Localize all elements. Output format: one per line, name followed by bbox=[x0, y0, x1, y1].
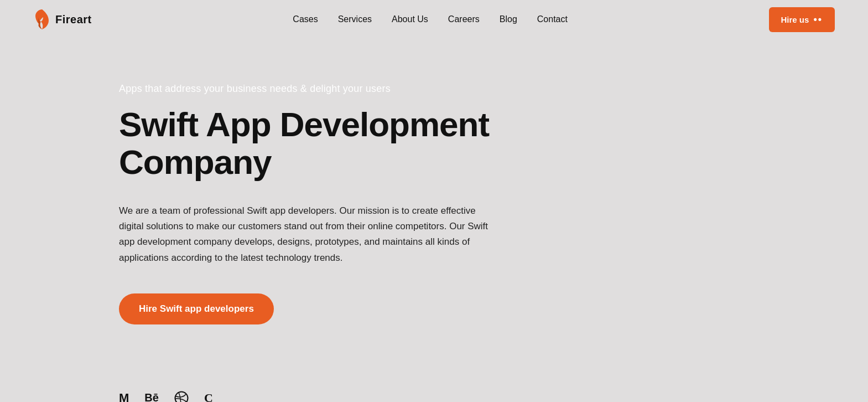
logo[interactable]: Fireart bbox=[33, 9, 92, 29]
nav-link-careers[interactable]: Careers bbox=[448, 14, 480, 24]
nav-item-careers[interactable]: Careers bbox=[448, 14, 480, 24]
nav-link-contact[interactable]: Contact bbox=[537, 14, 568, 24]
nav-item-about[interactable]: About Us bbox=[392, 14, 428, 24]
hire-us-label: Hire us bbox=[781, 15, 809, 24]
nav-item-contact[interactable]: Contact bbox=[537, 14, 568, 24]
social-icons-bar: M Bē C bbox=[0, 358, 868, 402]
fireart-logo-icon bbox=[33, 9, 51, 29]
nav-item-cases[interactable]: Cases bbox=[293, 14, 318, 24]
hero-title: Swift App Development Company bbox=[119, 106, 498, 181]
nav-item-blog[interactable]: Blog bbox=[500, 14, 517, 24]
nav-link-services[interactable]: Services bbox=[338, 14, 372, 24]
nav-link-cases[interactable]: Cases bbox=[293, 14, 318, 24]
navbar: Fireart Cases Services About Us Careers … bbox=[0, 0, 868, 39]
nav-links: Cases Services About Us Careers Blog Con… bbox=[293, 14, 568, 24]
hire-us-button[interactable]: Hire us •• bbox=[769, 7, 835, 32]
clutch-icon[interactable]: C bbox=[204, 391, 213, 402]
brand-name: Fireart bbox=[55, 13, 92, 26]
hire-us-dots-icon: •• bbox=[813, 14, 823, 25]
hero-title-line1: Swift App Development bbox=[119, 105, 489, 143]
nav-item-services[interactable]: Services bbox=[338, 14, 372, 24]
hero-section: Apps that address your business needs & … bbox=[0, 39, 498, 358]
hero-title-line2: Company bbox=[119, 143, 271, 181]
hire-swift-button[interactable]: Hire Swift app developers bbox=[119, 293, 274, 324]
hero-description: We are a team of professional Swift app … bbox=[119, 203, 498, 265]
medium-icon[interactable]: M bbox=[119, 391, 129, 402]
hero-subtitle: Apps that address your business needs & … bbox=[119, 83, 498, 95]
behance-icon[interactable]: Bē bbox=[144, 391, 159, 402]
dribbble-icon[interactable] bbox=[174, 391, 189, 402]
nav-link-about[interactable]: About Us bbox=[392, 14, 428, 24]
nav-link-blog[interactable]: Blog bbox=[500, 14, 517, 24]
